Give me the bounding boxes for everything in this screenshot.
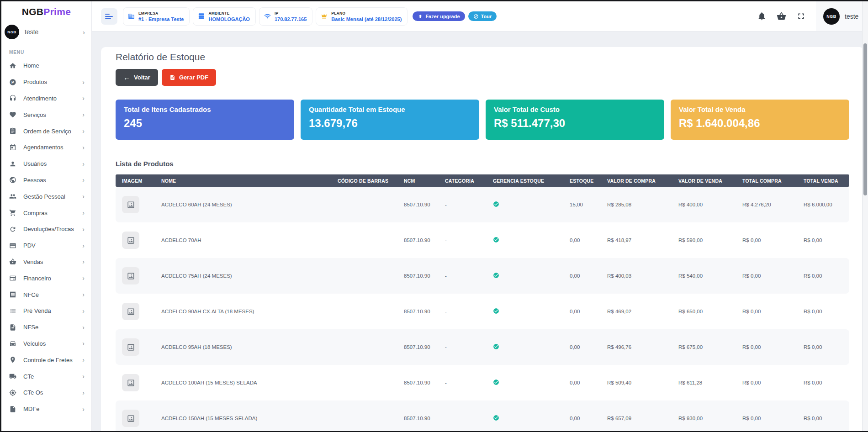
basket-button[interactable] [777,11,787,21]
table-row: ACDELCO 75AH (24 MESES)8507.10.90-0,00R$… [116,258,849,294]
check-circle-icon [493,308,499,314]
sidebar-item-controle-de-fretes[interactable]: Controle de Fretes› [1,352,91,368]
sidebar-item-agendamentos[interactable]: Agendamentos› [1,139,91,156]
cell-ncm: 8507.10.90 [404,273,445,279]
chevron-right-icon: › [82,373,85,379]
sidebar-item-ordem-de-servico[interactable]: Ordem de Serviço› [1,123,91,139]
cell-ncm: 8507.10.90 [404,380,445,385]
upgrade-button[interactable]: Fazer upgrade [413,11,465,21]
cell-estoque: 0,00 [570,237,607,243]
fullscreen-icon [796,11,806,21]
calendar-icon [9,144,16,151]
notifications-button[interactable] [757,11,767,21]
cell-estoque: 0,00 [570,273,607,279]
summary-card-valor-total-de-venda: Valor Total de VendaR$ 1.640.004,86 [671,100,849,140]
cell-valor-venda: R$ 611,28 [678,380,742,385]
crown-icon [321,13,328,20]
cell-gerencia-estoque [493,272,570,279]
map-pin-icon [9,356,16,364]
chevron-right-icon: › [82,95,85,101]
sidebar-item-pdv[interactable]: PDV› [1,237,91,254]
sidebar-item-compras[interactable]: Compras› [1,205,91,221]
cell-total-compra: R$ 0,00 [742,237,804,243]
sidebar-item-cte-os[interactable]: CTe Os› [1,385,91,401]
image-icon [127,272,135,280]
sidebar-item-nfce[interactable]: NFCe› [1,286,91,303]
card-label: Quantidade Total em Estoque [309,105,471,113]
sidebar-item-devolucoes-trocas[interactable]: Devoluções/Trocas› [1,221,91,237]
cell-nome: ACDELCO 90AH CX.ALTA (18 MESES) [161,309,338,314]
sidebar-item-financeiro[interactable]: Financeiro› [1,270,91,286]
cell-total-venda: R$ 0,00 [804,380,849,385]
cell-estoque: 15,00 [570,202,607,207]
cell-valor-compra: R$ 285,08 [607,202,678,207]
summary-card-total-de-itens-cadastrados: Total de Itens Cadastrados245 [116,100,294,140]
scrollbar-track[interactable] [862,1,868,431]
topbar-right: NGB teste [757,1,868,31]
chip-empresa[interactable]: EMPRESA#1 - Empresa Teste [123,7,190,26]
sidebar-item-atendimento[interactable]: Atendimento› [1,90,91,107]
cell-valor-compra: R$ 418,97 [607,237,678,243]
sidebar-item-cte[interactable]: CTe› [1,368,91,385]
avatar: NGB [5,25,19,39]
sidebar-item-label: Serviços [23,111,46,118]
sidebar-item-pessoas[interactable]: Pessoas› [1,172,91,189]
back-button[interactable]: ← Voltar [116,69,158,86]
brand-logo-secondary: Prime [43,6,71,17]
cell-ncm: 8507.10.90 [404,309,445,314]
column-header-codigo-de-barras: CÓDIGO DE BARRAS [338,178,404,184]
chip-value: #1 - Empresa Teste [138,16,184,22]
cell-nome: ACDELCO 70AH [161,237,338,243]
scrollbar-thumb[interactable] [863,43,867,195]
chevron-right-icon: › [82,79,85,85]
chevron-right-icon: › [82,111,85,118]
sidebar-item-label: Compras [23,210,48,216]
cell-valor-venda: R$ 540,00 [678,273,742,279]
sidebar-item-gestao-pessoal[interactable]: Gestão Pessoal› [1,188,91,205]
building-icon [128,13,135,20]
sidebar-item-veiculos[interactable]: Veículos› [1,336,91,352]
people-icon [9,193,16,200]
sidebar-item-home[interactable]: Home [1,58,91,74]
fullscreen-button[interactable] [796,11,806,21]
sidebar-toggle-button[interactable] [101,8,117,25]
topbar: EMPRESA#1 - Empresa TesteAMBIENTEHOMOLOG… [92,1,868,32]
sidebar-item-pre-venda[interactable]: Pré Venda› [1,303,91,319]
card-value: 245 [124,117,286,130]
user-menu[interactable]: NGB teste [816,1,868,31]
chip-ambiente[interactable]: AMBIENTEHOMOLOGAÇÃO [193,7,255,26]
sidebar-item-mdfe[interactable]: MDFe› [1,401,91,417]
check-circle-icon [493,201,499,207]
sidebar-item-vendas[interactable]: Vendas› [1,254,91,270]
product-image-placeholder [122,196,139,213]
heart-icon [9,111,16,118]
sidebar-profile[interactable]: NGB teste › [1,22,91,42]
cell-total-venda: R$ 0,00 [804,273,849,279]
sidebar-item-produtos[interactable]: PProdutos› [1,74,91,90]
chip-plano[interactable]: PLANOBasic Mensal (até 28/12/2025) [316,7,408,26]
headset-icon [9,95,16,102]
sidebar-nav: HomePProdutos›Atendimento›Serviços›Ordem… [1,58,91,417]
sidebar-item-usuarios[interactable]: Usuários› [1,156,91,172]
product-image-placeholder [122,267,139,284]
generate-pdf-button[interactable]: Gerar PDF [162,69,216,86]
sidebar-item-label: Home [23,62,39,69]
image-icon [127,307,135,316]
cell-ncm: 8507.10.90 [404,344,445,350]
products-heading: Lista de Produtos [116,160,849,168]
action-buttons: ← Voltar Gerar PDF [116,69,849,86]
chevron-right-icon: › [82,390,85,396]
table-row: ACDELCO 150AH (15 MESES-SELADA)8507.10.9… [116,400,849,432]
cell-total-venda: R$ 0,00 [804,237,849,243]
sidebar-item-nfse[interactable]: NFSe› [1,319,91,336]
chevron-right-icon: › [82,242,85,249]
sidebar-item-servicos[interactable]: Serviços› [1,106,91,123]
chevron-right-icon: › [82,128,85,134]
card-value: R$ 1.640.004,86 [679,117,841,130]
cell-estoque: 0,00 [570,416,607,421]
chip-ip[interactable]: IP170.82.77.165 [259,7,312,26]
table-row: ACDELCO 90AH CX.ALTA (18 MESES)8507.10.9… [116,294,849,329]
tour-button[interactable]: Tour [468,11,497,21]
cell-total-venda: R$ 0,00 [804,309,849,314]
summary-card-quantidade-total-em-estoque: Quantidade Total em Estoque13.679,76 [301,100,479,140]
